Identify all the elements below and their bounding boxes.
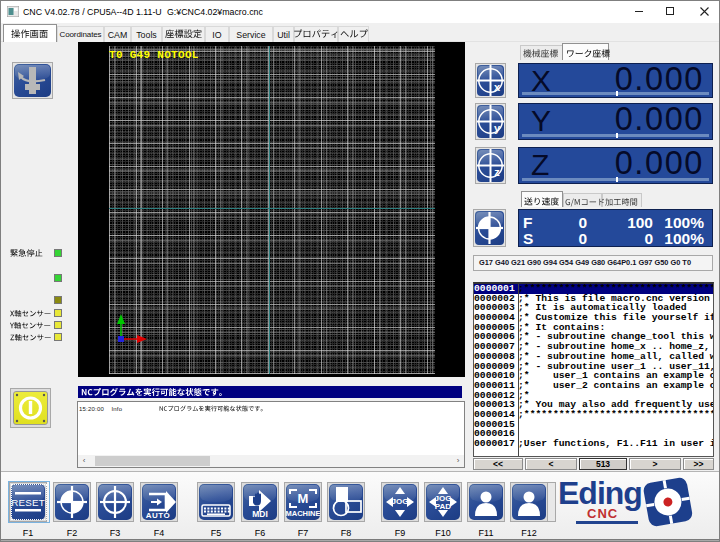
svg-text:MACHINE: MACHINE (286, 509, 320, 518)
svg-text:MDI: MDI (252, 509, 268, 519)
svg-text:M: M (298, 491, 309, 506)
svg-text:JOG: JOG (392, 497, 409, 506)
svg-text:z: z (494, 166, 500, 178)
svg-text:y: y (494, 122, 501, 134)
svg-text:AUTO: AUTO (146, 511, 171, 520)
svg-text:PAD: PAD (435, 502, 452, 511)
svg-text:x: x (494, 81, 501, 93)
